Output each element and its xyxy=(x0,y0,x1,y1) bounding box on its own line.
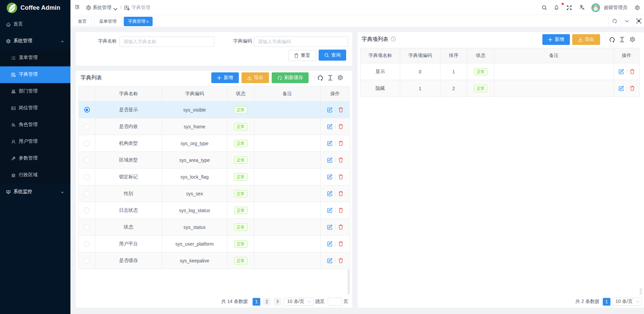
svg-text:A: A xyxy=(582,7,585,10)
